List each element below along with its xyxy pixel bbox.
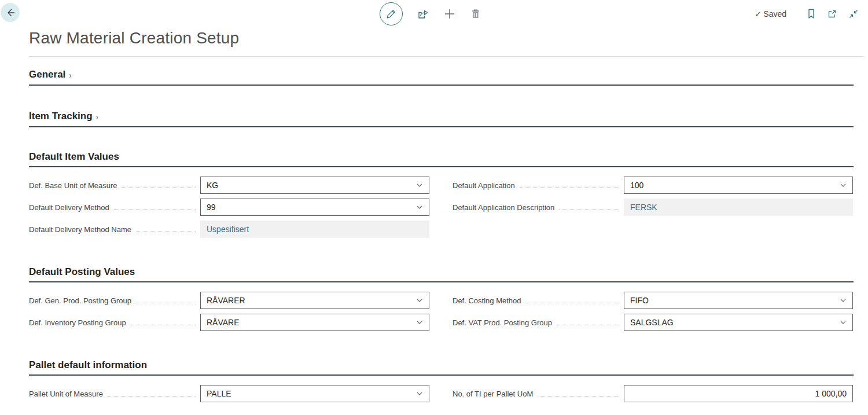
share-button[interactable] bbox=[417, 8, 429, 20]
bookmark-icon bbox=[807, 9, 816, 19]
section-title: Default Posting Values bbox=[29, 266, 135, 278]
default-application-dropdown[interactable]: 100 bbox=[624, 177, 853, 194]
save-status: ✓ Saved bbox=[755, 9, 786, 19]
pencil-icon bbox=[380, 2, 403, 25]
chevron-right-icon: › bbox=[69, 71, 72, 80]
page-content: Raw Material Creation Setup General › It… bbox=[0, 29, 868, 407]
def-vat-prod-posting-group-dropdown[interactable]: SALGSLAG bbox=[624, 314, 853, 331]
field-row: Default Delivery Method Name Uspesifiser… bbox=[29, 221, 429, 238]
field-row: Pallet Unit of Measure PALLE bbox=[29, 385, 429, 402]
chevron-right-icon: › bbox=[96, 112, 99, 122]
def-costing-method-dropdown[interactable]: FIFO bbox=[624, 292, 853, 309]
fasttab-item-tracking[interactable]: Item Tracking › bbox=[29, 111, 854, 127]
field-row: Def. Inventory Posting Group RÅVARE bbox=[29, 314, 429, 331]
left-column: Def. Gen. Prod. Posting Group RÅVARER De… bbox=[29, 292, 429, 336]
chevron-down-icon[interactable] bbox=[416, 297, 423, 304]
chevron-down-icon[interactable] bbox=[416, 182, 423, 189]
fasttab-item-tracking-label: Item Tracking bbox=[29, 111, 93, 122]
field-value: RÅVARE bbox=[207, 318, 240, 327]
field-label: Def. Gen. Prod. Posting Group bbox=[29, 296, 131, 305]
field-label: Default Delivery Method Name bbox=[29, 225, 131, 234]
field-label: Pallet Unit of Measure bbox=[29, 390, 103, 398]
back-button[interactable] bbox=[1, 3, 20, 22]
checkmark-icon: ✓ bbox=[755, 10, 761, 19]
field-value: 1 000,00 bbox=[815, 389, 847, 398]
field-value: FERSK bbox=[630, 203, 657, 212]
pallet-default-information-fields: Pallet Unit of Measure PALLE No. of TI p… bbox=[29, 385, 854, 407]
field-row: Default Application Description FERSK bbox=[453, 199, 853, 216]
chevron-down-icon[interactable] bbox=[840, 319, 847, 326]
field-row: Def. Gen. Prod. Posting Group RÅVARER bbox=[29, 292, 429, 309]
dotted-leader bbox=[559, 210, 619, 210]
field-value: PALLE bbox=[207, 389, 231, 398]
field-label: Default Delivery Method bbox=[29, 203, 109, 212]
field-row: Def. VAT Prod. Posting Group SALGSLAG bbox=[453, 314, 853, 331]
chevron-down-icon[interactable] bbox=[840, 297, 847, 304]
default-delivery-method-dropdown[interactable]: 99 bbox=[200, 199, 429, 216]
dotted-leader bbox=[122, 188, 196, 188]
field-label: Def. Base Unit of Measure bbox=[29, 181, 117, 190]
field-label: Def. Inventory Posting Group bbox=[29, 318, 126, 327]
window-controls: ✓ Saved bbox=[755, 0, 859, 28]
default-posting-values-fields: Def. Gen. Prod. Posting Group RÅVARER De… bbox=[29, 292, 854, 336]
plus-icon bbox=[443, 8, 456, 20]
field-value: 100 bbox=[630, 181, 643, 190]
new-button[interactable] bbox=[443, 8, 456, 20]
dotted-leader bbox=[520, 188, 619, 188]
fasttab-general[interactable]: General › bbox=[29, 69, 854, 86]
def-gen-prod-posting-group-dropdown[interactable]: RÅVARER bbox=[200, 292, 429, 309]
fasttab-default-posting-values[interactable]: Default Posting Values bbox=[29, 266, 854, 282]
default-delivery-method-name-field: Uspesifisert bbox=[200, 221, 429, 238]
title-divider bbox=[29, 56, 863, 57]
field-value: SALGSLAG bbox=[630, 318, 674, 327]
arrow-left-icon bbox=[5, 8, 16, 18]
default-application-description-field: FERSK bbox=[624, 199, 853, 216]
dotted-leader bbox=[114, 210, 196, 210]
field-label: Def. Costing Method bbox=[453, 296, 521, 305]
chevron-down-icon[interactable] bbox=[416, 390, 423, 397]
dotted-leader bbox=[538, 396, 619, 396]
field-row: Def. Costing Method FIFO bbox=[453, 292, 853, 309]
field-row: Def. Base Unit of Measure KG bbox=[29, 177, 429, 194]
trash-icon bbox=[470, 8, 481, 20]
delete-button[interactable] bbox=[470, 8, 481, 20]
bookmark-button[interactable] bbox=[807, 9, 816, 19]
right-column: Def. Costing Method FIFO Def. VAT Prod. … bbox=[453, 292, 853, 336]
chevron-down-icon[interactable] bbox=[840, 182, 847, 189]
dotted-leader bbox=[526, 303, 619, 303]
left-column: Def. Base Unit of Measure KG Default Del… bbox=[29, 177, 429, 243]
field-label: Default Application bbox=[453, 181, 515, 190]
fasttab-pallet-default-information[interactable]: Pallet default information bbox=[29, 359, 854, 376]
left-column: Pallet Unit of Measure PALLE bbox=[29, 385, 429, 407]
chevron-down-icon[interactable] bbox=[416, 319, 423, 326]
edit-button[interactable] bbox=[380, 2, 403, 25]
def-base-unit-of-measure-dropdown[interactable]: KG bbox=[200, 177, 429, 194]
field-value: Uspesifisert bbox=[207, 225, 249, 234]
field-label: Def. VAT Prod. Posting Group bbox=[453, 318, 552, 327]
page-toolbar bbox=[380, 0, 481, 28]
collapse-arrows-icon bbox=[848, 9, 859, 19]
dotted-leader bbox=[136, 232, 196, 232]
collapse-page-button[interactable] bbox=[848, 9, 859, 19]
open-in-new-window-button[interactable] bbox=[827, 9, 837, 19]
open-in-new-window-icon bbox=[827, 9, 837, 19]
field-value: KG bbox=[207, 181, 218, 190]
field-label: Default Application Description bbox=[453, 203, 554, 212]
right-column: Default Application 100 Default Applicat… bbox=[453, 177, 853, 243]
dotted-leader bbox=[131, 325, 196, 325]
field-value: RÅVARER bbox=[207, 296, 245, 305]
section-title: Default Item Values bbox=[29, 151, 119, 163]
chevron-down-icon[interactable] bbox=[416, 204, 423, 211]
field-label: No. of TI per Pallet UoM bbox=[453, 390, 533, 398]
field-value: 99 bbox=[207, 203, 216, 212]
pallet-unit-of-measure-dropdown[interactable]: PALLE bbox=[200, 385, 429, 402]
share-icon bbox=[417, 8, 429, 20]
right-column: No. of TI per Pallet UoM 1 000,00 bbox=[453, 385, 853, 407]
fasttab-default-item-values[interactable]: Default Item Values bbox=[29, 151, 854, 167]
default-item-values-fields: Def. Base Unit of Measure KG Default Del… bbox=[29, 177, 854, 243]
page-title: Raw Material Creation Setup bbox=[29, 29, 854, 47]
dotted-leader bbox=[108, 396, 196, 396]
def-inventory-posting-group-dropdown[interactable]: RÅVARE bbox=[200, 314, 429, 331]
no-of-ti-per-pallet-uom-input[interactable]: 1 000,00 bbox=[624, 385, 853, 402]
save-status-label: Saved bbox=[763, 9, 786, 19]
